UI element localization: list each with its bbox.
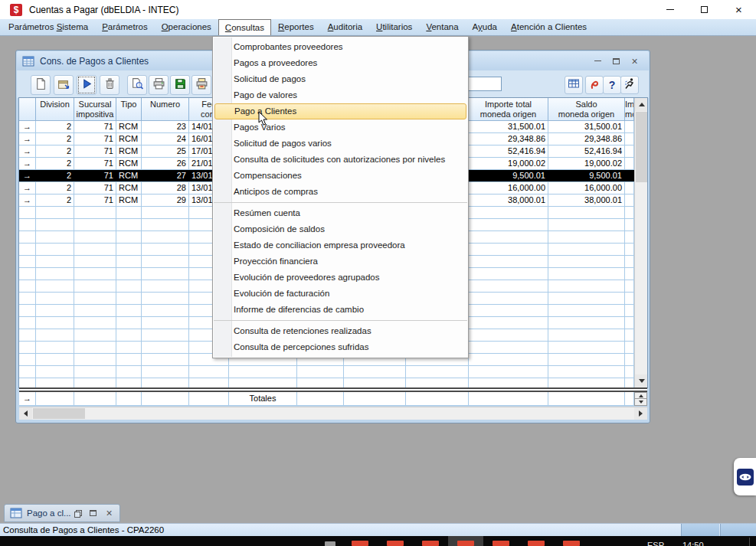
column-header-division[interactable]: Division	[36, 98, 74, 120]
cell-division	[36, 268, 74, 280]
taskbar-app-icon[interactable]	[352, 541, 368, 546]
minimize-button[interactable]	[653, 0, 687, 19]
taskbar-clock[interactable]: 14:50	[682, 538, 704, 546]
totals-spinner[interactable]	[634, 392, 647, 406]
spinner-down-button[interactable]	[635, 399, 646, 405]
menubar-item-ayuda[interactable]: Ayuda	[466, 19, 504, 35]
menu-item-composicion-de-saldos[interactable]: Composición de saldos	[213, 221, 468, 237]
print-button[interactable]	[149, 75, 169, 95]
cell-tipo	[116, 244, 142, 255]
procedure-button[interactable]	[585, 76, 604, 94]
close-button[interactable]: ×	[105, 509, 113, 518]
open-record-button[interactable]	[54, 75, 74, 95]
column-header-importe-total-moneda-origen[interactable]: Importe totalmoneda origen	[469, 98, 548, 120]
vertical-scroll-thumb[interactable]	[636, 112, 647, 182]
menubar-item-auditoria[interactable]: Auditoria	[321, 19, 369, 35]
child-close-button[interactable]: ×	[630, 56, 640, 66]
taskbar-app-icon[interactable]	[563, 541, 580, 546]
scroll-left-button[interactable]	[19, 407, 32, 420]
menu-item-evolucion-de-proveedores-agrupados[interactable]: Evolución de proveedores agrupados	[213, 270, 468, 286]
exit-button[interactable]	[620, 76, 639, 94]
minimize-icon	[666, 9, 674, 10]
menu-item-pago-a-clientes[interactable]: Pago a Clientes	[214, 103, 466, 119]
menu-item-pagos-varios[interactable]: Pagos Varios	[213, 119, 468, 136]
cell-division	[36, 329, 74, 341]
cell-division: 2	[36, 121, 74, 132]
maximize-button[interactable]	[687, 0, 722, 19]
delete-record-icon	[103, 77, 116, 93]
column-header-saldo-moneda-origen[interactable]: Saldomoneda origen	[548, 98, 625, 120]
cell-numero	[142, 354, 189, 365]
cell-numero	[142, 317, 189, 329]
minimized-window[interactable]: Pago a cl... ×	[4, 504, 120, 522]
menubar-item-parametros[interactable]: Parámetros	[95, 19, 154, 35]
taskbar-app-icon[interactable]	[422, 541, 439, 546]
maximize-button[interactable]	[89, 509, 97, 518]
run-query-button[interactable]	[77, 75, 97, 95]
column-header-numero[interactable]: Numero	[142, 98, 189, 120]
menu-item-informe-de-diferencias-de-cambio[interactable]: Informe de diferencias de cambio	[213, 302, 468, 318]
horizontal-scroll-thumb[interactable]	[33, 408, 85, 419]
column-header-sucursal-impositiva[interactable]: Sucursalimpositiva	[74, 98, 116, 120]
cell-imp-parcial	[625, 317, 634, 329]
menu-item-solicitud-de-pagos[interactable]: Solicitud de pagos	[213, 71, 468, 87]
scroll-right-button[interactable]	[634, 407, 647, 420]
cell-division: 2	[36, 182, 74, 194]
teamviewer-tab[interactable]	[734, 458, 756, 495]
cell-numero: 25	[142, 145, 189, 157]
help-button[interactable]: ?	[603, 76, 621, 94]
child-window-controls: ×	[593, 51, 640, 70]
restore-button[interactable]	[73, 509, 81, 518]
menubar-item-parametros-sistema[interactable]: Parámetros Sistema	[2, 19, 95, 35]
menu-item-solicitud-de-pagos-varios[interactable]: Solicitud de pagos varios	[213, 136, 468, 152]
menu-item-comprobantes-proveedores[interactable]: Comprobantes proveedores	[213, 39, 468, 55]
print-config-button[interactable]	[191, 75, 211, 95]
taskbar-app-icon[interactable]	[493, 541, 509, 546]
menu-item-consulta-de-retenciones-realizadas[interactable]: Consulta de retenciones realizadas	[213, 323, 468, 339]
menu-item-proyeccion-financiera[interactable]: Proyección financiera	[213, 253, 468, 270]
new-document-button[interactable]	[31, 75, 51, 95]
taskbar-app-icon[interactable]	[528, 541, 545, 546]
menu-item-pago-de-valores[interactable]: Pago de valores	[213, 87, 468, 103]
taskbar-app-icon[interactable]	[325, 541, 335, 546]
menubar-item-utilitarios[interactable]: Utilitarios	[369, 19, 419, 35]
print-preview-button[interactable]	[127, 75, 147, 95]
delete-record-button[interactable]	[100, 75, 119, 95]
cell-imp-parcial	[625, 366, 634, 378]
menu-item-pagos-a-proveedores[interactable]: Pagos a proveedores	[213, 55, 468, 71]
menubar-item-reportes[interactable]: Reportes	[271, 19, 321, 35]
table-row[interactable]	[19, 378, 634, 387]
horizontal-scrollbar[interactable]	[19, 407, 647, 420]
column-header-imp-parcial[interactable]: Impmor	[625, 98, 634, 120]
menubar-item-consultas[interactable]: Consultas	[218, 19, 271, 35]
totals-cell-fecha-contable	[189, 392, 229, 406]
cell-importe-total-moneda-origen: 38,000.01	[469, 195, 548, 206]
child-maximize-button[interactable]	[611, 56, 621, 66]
menu-item-consulta-de-percepciones-sufridas[interactable]: Consulta de percepciones sufridas	[213, 339, 468, 355]
save-button[interactable]	[170, 75, 190, 95]
menubar-item-operaciones[interactable]: Operaciones	[155, 19, 218, 35]
scroll-down-button[interactable]	[635, 374, 647, 387]
menu-item-anticipos-de-compras[interactable]: Anticipos de compras	[213, 184, 468, 200]
menu-item-estado-de-conciliacion-empresa-proveedora[interactable]: Estado de conciliacion empresa proveedor…	[213, 237, 468, 253]
table-row[interactable]	[19, 366, 634, 378]
cell-division	[36, 378, 74, 387]
cell-sucursal-impositiva	[74, 280, 116, 292]
child-minimize-button[interactable]	[593, 56, 603, 66]
taskbar-app-icon[interactable]	[387, 541, 404, 546]
column-header-tipo[interactable]: Tipo	[116, 98, 142, 120]
menubar-item-atencion-a-clientes[interactable]: Atención a Clientes	[504, 19, 594, 35]
vertical-scrollbar[interactable]	[634, 98, 647, 387]
table-view-button[interactable]	[565, 76, 583, 94]
menubar-item-ventana[interactable]: Ventana	[419, 19, 465, 35]
spinner-up-button[interactable]	[635, 393, 646, 399]
cell-saldo-moneda-origen: 9,500.01	[548, 170, 625, 181]
menu-item-consulta-de-solicitudes-con-autorizaciones-por-niveles[interactable]: Consulta de solicitudes con autorizacion…	[213, 152, 468, 168]
menu-item-compensaciones[interactable]: Compensaciones	[213, 168, 468, 184]
close-button[interactable]: ×	[722, 0, 756, 19]
scroll-up-button[interactable]	[635, 98, 647, 111]
taskbar-app-icon[interactable]	[457, 541, 474, 546]
menu-item-evolucion-de-facturacion[interactable]: Evolución de facturación	[213, 286, 468, 302]
menu-item-resumen-cuenta[interactable]: Resúmen cuenta	[213, 205, 468, 221]
taskbar-language[interactable]: ESP	[647, 538, 664, 546]
